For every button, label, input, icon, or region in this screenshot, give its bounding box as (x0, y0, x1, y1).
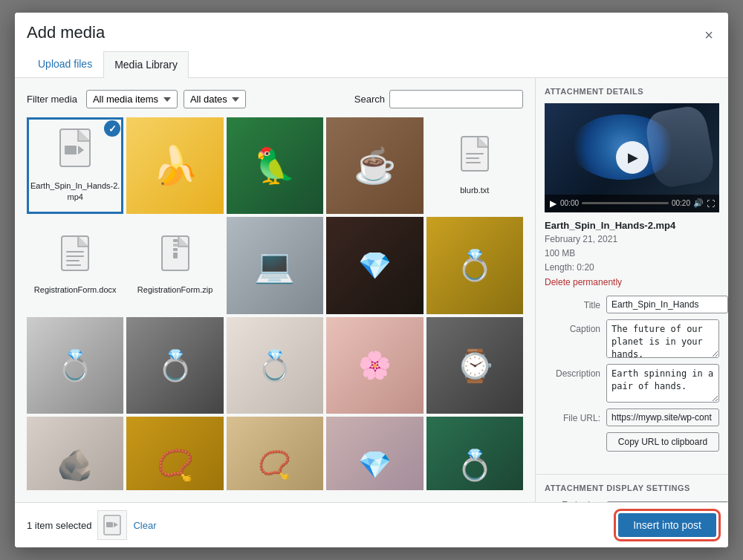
video-file-icon (59, 128, 91, 175)
svg-rect-3 (466, 153, 484, 154)
media-item[interactable]: 💍 (227, 317, 323, 414)
file-length: Length: 0:20 (545, 261, 719, 275)
file-info: Earth_Spin_In_Hands-2.mp4 February 21, 2… (545, 220, 719, 289)
copy-url-button[interactable]: Copy URL to clipboard (606, 432, 719, 452)
media-item[interactable]: 📿 (126, 417, 223, 490)
video-preview: ▶ ▶ 00:00 00:20 🔊 ⛶ (545, 103, 719, 212)
caption-field-row: Caption The future of our planet is in y… (545, 319, 719, 358)
zip-file-icon (160, 235, 190, 279)
svg-rect-4 (466, 157, 479, 159)
file-name-label: blurb.txt (457, 183, 492, 197)
svg-rect-15 (173, 253, 178, 258)
svg-rect-17 (106, 522, 113, 527)
description-label: Description (545, 364, 600, 379)
description-input[interactable]: Earth spinning in a pair of hands. (606, 364, 719, 403)
file-size: 100 MB (545, 247, 719, 261)
media-item[interactable]: blurb.txt (426, 117, 523, 214)
tab-upload[interactable]: Upload files (27, 51, 103, 77)
media-item[interactable]: 💻 (227, 217, 323, 313)
media-item[interactable]: 🦜 (227, 117, 323, 214)
file-name-label: RegistrationForm.docx (31, 283, 120, 296)
attachment-sidebar: ATTACHMENT DETAILS ▶ ▶ 00:00 (535, 78, 728, 502)
media-item[interactable]: 🌸 (326, 317, 423, 414)
file-date: February 21, 2021 (545, 232, 719, 247)
media-grid-wrap: Earth_Spin_In_Hands-2.mp4 🍌 (27, 117, 523, 490)
time-end: 00:20 (672, 199, 690, 207)
attachment-details: ATTACHMENT DETAILS ▶ ▶ 00:00 (536, 78, 728, 474)
media-item[interactable]: 💎 (326, 417, 423, 490)
progress-bar[interactable] (582, 202, 669, 204)
modal-header: Add media Upload files Media Library × (15, 13, 728, 78)
media-item[interactable]: Earth_Spin_In_Hands-2.mp4 (27, 117, 123, 214)
filter-bar: Filter media All media items All dates S… (27, 90, 523, 108)
text-file-icon (460, 135, 490, 179)
file-name: Earth_Spin_In_Hands-2.mp4 (545, 220, 719, 231)
file-preview: RegistrationForm.zip (126, 217, 223, 313)
filter-label: Filter media (27, 94, 77, 105)
selected-thumbnail (97, 510, 127, 540)
play-button[interactable]: ▶ (616, 141, 649, 174)
clear-link[interactable]: Clear (133, 520, 156, 531)
media-type-filter[interactable]: All media items (86, 90, 178, 108)
media-area: Filter media All media items All dates S… (15, 78, 535, 502)
media-grid: Earth_Spin_In_Hands-2.mp4 🍌 (27, 117, 523, 490)
tabs: Upload files Media Library (27, 51, 189, 77)
media-item[interactable]: 📿 (227, 417, 323, 490)
svg-rect-8 (66, 255, 84, 257)
fullscreen-icon[interactable]: ⛶ (707, 199, 715, 208)
video-controls: ▶ 00:00 00:20 🔊 ⛶ (545, 195, 719, 212)
file-name-label: Earth_Spin_In_Hands-2.mp4 (27, 179, 123, 204)
media-item[interactable]: 💎 (326, 217, 423, 313)
svg-rect-7 (66, 251, 84, 253)
media-item[interactable]: 💍 (426, 217, 523, 313)
modal-title: Add media (27, 23, 189, 51)
media-item[interactable]: ☕ (326, 117, 423, 214)
modal-overlay: Add media Upload files Media Library × F… (0, 0, 743, 560)
modal-body: Filter media All media items All dates S… (15, 78, 728, 502)
add-media-modal: Add media Upload files Media Library × F… (15, 13, 728, 547)
play-pause-button[interactable]: ▶ (549, 198, 557, 209)
media-item[interactable]: 💍 (27, 317, 123, 414)
svg-rect-5 (466, 162, 481, 163)
svg-rect-10 (66, 264, 81, 266)
insert-into-post-button[interactable]: Insert into post (618, 513, 716, 537)
tab-media-library[interactable]: Media Library (103, 51, 189, 78)
date-filter[interactable]: All dates (184, 90, 246, 108)
svg-rect-1 (65, 146, 77, 154)
video-thumb-icon (103, 515, 121, 535)
svg-rect-14 (173, 248, 178, 251)
file-url-value: https://mywp.site/wp-cont (606, 408, 719, 426)
title-label: Title (545, 296, 600, 310)
doc-file-icon (60, 235, 90, 279)
volume-icon[interactable]: 🔊 (693, 198, 704, 208)
media-item[interactable]: ⌚ (426, 317, 523, 414)
modal-footer: 1 item selected Clear Insert into post (15, 502, 728, 547)
search-input[interactable] (389, 90, 523, 108)
delete-link[interactable]: Delete permanently (545, 277, 622, 287)
close-button[interactable]: × (701, 25, 716, 45)
title-field-row: Title (545, 296, 719, 313)
file-url-label: File URL: (545, 408, 600, 423)
svg-rect-13 (173, 244, 178, 247)
media-item[interactable]: 💍 (426, 417, 523, 490)
display-settings-title: ATTACHMENT DISPLAY SETTINGS (545, 484, 719, 492)
media-item[interactable]: 💍 (126, 317, 223, 414)
caption-input[interactable]: The future of our planet is in your hand… (606, 319, 719, 358)
media-item[interactable]: 🪨 (27, 417, 123, 490)
svg-rect-9 (66, 260, 80, 261)
search-area: Search (354, 90, 523, 108)
media-item[interactable]: 🍌 (126, 117, 223, 214)
search-label: Search (354, 94, 385, 105)
footer-left: 1 item selected Clear (27, 510, 157, 540)
description-field-row: Description Earth spinning in a pair of … (545, 364, 719, 403)
file-preview: RegistrationForm.docx (27, 217, 123, 313)
file-name-label: RegistrationForm.zip (134, 283, 215, 296)
media-item[interactable]: RegistrationForm.zip (126, 217, 223, 313)
file-preview: Earth_Spin_In_Hands-2.mp4 (27, 117, 123, 214)
title-input[interactable] (606, 296, 728, 313)
time-start: 00:00 (560, 199, 579, 207)
display-settings: ATTACHMENT DISPLAY SETTINGS Embed or Lin… (536, 474, 728, 502)
selected-count: 1 item selected (27, 520, 91, 531)
file-url-field-row: File URL: https://mywp.site/wp-cont (545, 408, 719, 426)
media-item[interactable]: RegistrationForm.docx (27, 217, 123, 313)
